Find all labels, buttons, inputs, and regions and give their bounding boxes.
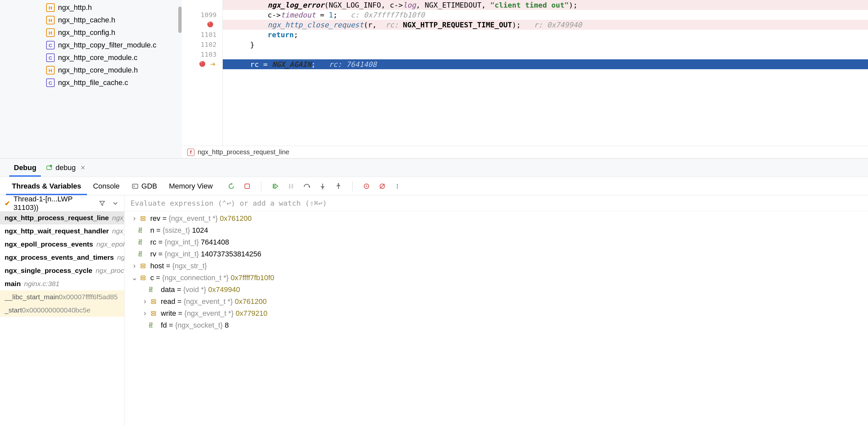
file-tree[interactable]: Hngx_http.hHngx_http_cache.hHngx_http_co… [0,0,182,158]
variable-row[interactable]: ›host = {ngx_str_t} [125,260,868,272]
gutter-row[interactable]: 1099 [182,10,222,20]
code-line[interactable]: c->timedout = 1; c: 0x7ffff7fb10f0 [223,10,868,20]
step-over-button[interactable] [302,182,311,191]
svg-rect-21 [141,276,145,277]
code-line[interactable] [223,50,868,59]
resume-button[interactable] [271,182,280,191]
gutter-row[interactable]: 1103 [182,50,222,59]
code-line[interactable]: return; [223,30,868,39]
stack-frame[interactable]: mainnginx.c:381 [0,277,124,290]
code-line[interactable]: } [223,39,868,50]
chevron-right-icon[interactable]: › [141,297,149,306]
chevron-right-icon[interactable]: › [130,214,138,223]
c-file-icon: C [46,78,55,87]
variable-row[interactable]: ⌄c = {ngx_connection_t *} 0x7ffff7fb10f0 [125,272,868,284]
c-file-icon: C [46,53,55,62]
svg-point-11 [366,186,367,187]
scrollbar-thumb[interactable] [178,7,182,33]
chevron-down-icon[interactable] [111,200,120,207]
code-line[interactable]: ngx_log_error(NGX_LOG_INFO, c->log, NGX_… [223,0,868,10]
function-icon: f [187,149,194,156]
file-tree-item[interactable]: Hngx_http_cache.h [0,14,182,26]
spacer [141,285,149,294]
debug-toolbar: Threads & Variables Console GDB Memory V… [0,177,868,195]
svg-rect-2 [132,184,138,188]
file-name: ngx_http_cache.h [58,16,115,24]
file-tree-item[interactable]: Hngx_http_config.h [0,26,182,39]
tab-memory-view[interactable]: Memory View [163,177,219,195]
stack-frame[interactable]: _start 0x000000000040bc5e [0,304,124,317]
variable-row[interactable]: 1001n = {ssize_t} 1024 [125,224,868,236]
variable-row[interactable]: 1001data = {void *} 0x749940 [125,284,868,296]
variable-row[interactable]: ›read = {ngx_event_t *} 0x761200 [125,296,868,308]
code-line[interactable]: rc = NGX_AGAIN; rc: 7641408 [223,59,868,69]
svg-rect-5 [289,184,290,189]
svg-point-14 [397,184,398,185]
breakpoint-icon[interactable] [207,22,213,27]
step-into-button[interactable] [318,182,327,191]
variable-row[interactable]: 1001fd = {ngx_socket_t} 8 [125,319,868,331]
file-name: ngx_http_config.h [58,28,115,37]
svg-rect-18 [141,219,145,220]
stack-frame[interactable]: ngx_http_process_request_linengx_http_r [0,211,124,224]
svg-rect-25 [151,312,156,313]
breakpoint-icon[interactable] [199,61,205,67]
editor-code[interactable]: ngx_log_error(NGX_LOG_INFO, c->log, NGX_… [223,0,868,146]
tab-console[interactable]: Console [87,177,126,195]
gutter-row[interactable] [182,20,222,30]
variable-row[interactable]: 1001rc = {ngx_int_t} 7641408 [125,236,868,248]
editor-breadcrumb[interactable]: f ngx_http_process_request_line [182,146,868,158]
thread-selector[interactable]: ✔ Thread-1-[n...LWP 31103)) [0,195,124,211]
stack-frame[interactable]: ngx_single_process_cyclengx_process_cy [0,264,124,277]
close-icon[interactable]: ✕ [81,164,85,171]
file-tree-item[interactable]: Cngx_http_core_module.c [0,52,182,64]
tab-gdb[interactable]: GDB [126,177,163,195]
file-tree-item[interactable]: Hngx_http.h [0,1,182,14]
stack-frame[interactable]: ngx_process_events_and_timersngx_even [0,251,124,264]
line-number: 1102 [201,40,217,49]
gutter-row[interactable] [182,59,222,69]
line-number: 1103 [201,51,217,58]
debug-toolwindow-tab[interactable]: Debug [9,159,41,177]
stack-frame[interactable]: __libc_start_main 0x00007ffff6f5ad85 [0,290,124,304]
variable-row[interactable]: ›rev = {ngx_event_t *} 0x761200 [125,213,868,224]
more-actions-button[interactable] [394,182,403,191]
gutter-row[interactable]: 1101 [182,30,222,39]
primitive-icon: 1001 [138,251,148,257]
header-file-icon: H [46,28,55,37]
chevron-right-icon[interactable]: › [130,262,138,270]
mute-breakpoints-button[interactable] [378,182,387,191]
gutter-row[interactable]: 1102 [182,39,222,50]
variable-row[interactable]: 1001rv = {ngx_int_t} 140737353814256 [125,248,868,260]
gutter-row[interactable] [182,0,222,10]
chevron-right-icon[interactable]: › [141,309,149,318]
editor-gutter[interactable]: 1099110111021103 [182,0,223,146]
step-out-button[interactable] [334,182,343,191]
debug-config-icon [45,164,53,171]
svg-point-1 [50,164,52,167]
check-icon: ✔ [5,199,10,207]
file-tree-item[interactable]: Cngx_http_file_cache.c [0,76,182,89]
chevron-down-icon[interactable]: ⌄ [130,274,138,282]
svg-rect-19 [141,264,145,265]
file-tree-item[interactable]: Cngx_http_copy_filter_module.c [0,39,182,52]
struct-icon [138,275,148,281]
pause-button[interactable] [286,182,296,191]
svg-rect-26 [151,314,156,315]
file-name: ngx_http_file_cache.c [58,78,128,87]
view-breakpoints-button[interactable] [362,182,371,191]
svg-rect-24 [151,302,156,304]
stack-frame[interactable]: ngx_http_wait_request_handlerngx_http_r [0,224,124,238]
code-line[interactable]: ngx_http_close_request(r, rc: NGX_HTTP_R… [223,20,868,30]
evaluate-expression-input[interactable]: Evaluate expression (⌃↩) or add a watch … [125,195,868,211]
variable-row[interactable]: ›write = {ngx_event_t *} 0x779210 [125,308,868,319]
tab-threads-variables[interactable]: Threads & Variables [6,177,87,195]
debug-run-config-tab[interactable]: debug ✕ [41,159,90,177]
stack-frame[interactable]: ngx_epoll_process_eventsngx_epoll_modu [0,238,124,251]
stop-button[interactable] [243,182,252,191]
struct-icon [138,263,148,269]
header-file-icon: H [46,3,55,12]
file-tree-item[interactable]: Hngx_http_core_module.h [0,64,182,76]
filter-icon[interactable] [98,200,106,207]
rerun-button[interactable] [227,182,236,191]
